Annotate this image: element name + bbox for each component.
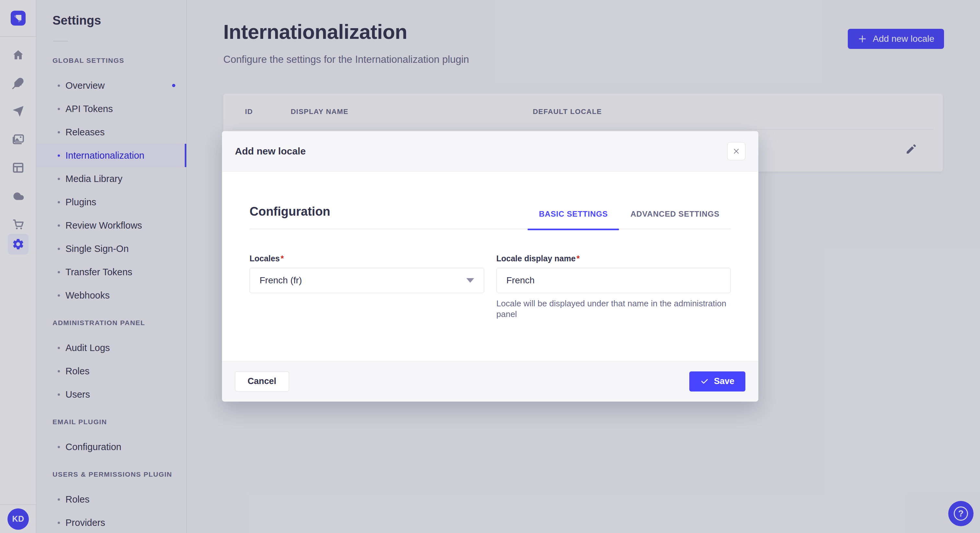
modal-header: Add new locale — [222, 131, 758, 171]
configuration-header: Configuration BASIC SETTINGS ADVANCED SE… — [250, 171, 731, 229]
display-name-helper-text: Locale will be displayed under that name… — [496, 298, 727, 320]
configuration-title: Configuration — [250, 204, 330, 219]
tab-advanced-settings[interactable]: ADVANCED SETTINGS — [619, 209, 731, 219]
display-name-label: Locale display name* — [496, 254, 731, 263]
check-icon — [700, 377, 709, 385]
display-name-field: Locale display name* Locale will be disp… — [496, 254, 731, 320]
save-button-label: Save — [714, 376, 734, 386]
cancel-button[interactable]: Cancel — [235, 371, 289, 392]
display-name-input[interactable] — [496, 268, 731, 293]
modal-footer: Cancel Save — [222, 361, 758, 401]
locales-label: Locales* — [250, 254, 484, 263]
locale-form-row: Locales* French (fr) Locale display name… — [250, 254, 731, 320]
add-locale-modal: Add new locale Configuration BASIC SETTI… — [222, 131, 758, 401]
chevron-down-icon — [466, 278, 474, 283]
locales-select[interactable]: French (fr) — [250, 268, 484, 293]
close-icon — [732, 147, 740, 155]
modal-body: Configuration BASIC SETTINGS ADVANCED SE… — [222, 171, 758, 361]
close-button[interactable] — [727, 142, 745, 160]
locales-select-value: French (fr) — [259, 275, 302, 286]
required-asterisk: * — [281, 254, 284, 263]
required-asterisk: * — [576, 254, 580, 263]
locales-field: Locales* French (fr) — [250, 254, 484, 320]
save-button[interactable]: Save — [689, 371, 745, 392]
tab-basic-settings[interactable]: BASIC SETTINGS — [528, 209, 619, 219]
modal-title: Add new locale — [235, 146, 305, 157]
strapi-settings-screen: KD Settings GLOBAL SETTINGS Overview API… — [0, 0, 980, 533]
settings-tabs: BASIC SETTINGS ADVANCED SETTINGS — [528, 209, 731, 219]
